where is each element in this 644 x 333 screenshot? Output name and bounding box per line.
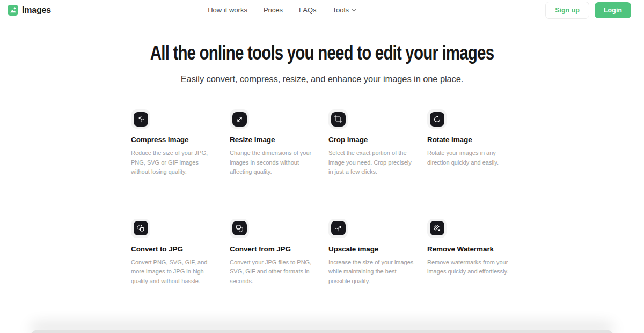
rotate-icon — [430, 112, 444, 127]
nav-tools-dropdown[interactable]: Tools — [333, 6, 356, 14]
tool-card[interactable]: Rotate image Rotate your images in any d… — [427, 109, 513, 177]
tool-card[interactable]: Resize Image Change the dimensions of yo… — [230, 109, 316, 177]
tool-card-title: Remove Watermark — [427, 245, 513, 253]
tool-card-description: Change the dimensions of your images in … — [230, 149, 316, 177]
convert-from-jpg-icon — [232, 221, 247, 235]
tool-card[interactable]: Upscale image Increase the size of your … — [328, 219, 414, 286]
logo[interactable]: Images — [8, 5, 51, 16]
chevron-down-icon — [352, 9, 356, 12]
convert-to-jpg-icon — [134, 221, 148, 235]
header-actions: Sign up Login — [545, 2, 631, 19]
tool-card-title: Upscale image — [328, 245, 414, 253]
tool-card[interactable]: Remove Watermark Remove watermarks from … — [427, 219, 513, 286]
remove-watermark-icon — [430, 221, 444, 235]
main-nav: How it works Prices FAQs Tools — [208, 6, 389, 14]
logo-text: Images — [22, 5, 51, 15]
tool-card-title: Convert from JPG — [230, 245, 316, 253]
crop-icon — [331, 112, 346, 127]
footer-section-top-edge — [30, 330, 614, 333]
tool-card-description: Increase the size of your images while m… — [328, 258, 414, 286]
tool-card-title: Convert to JPG — [131, 245, 217, 253]
tool-card-title: Resize Image — [230, 136, 316, 144]
tool-card-title: Rotate image — [427, 136, 513, 144]
resize-icon — [232, 112, 247, 127]
nav-prices[interactable]: Prices — [264, 6, 283, 14]
tool-card[interactable]: Convert from JPG Convert your JPG files … — [230, 219, 316, 286]
login-button[interactable]: Login — [595, 2, 631, 18]
upscale-icon — [331, 221, 346, 235]
tool-card-description: Convert your JPG files to PNG, SVG, GIF … — [230, 258, 316, 286]
tools-grid: Compress image Reduce the size of your J… — [131, 109, 513, 286]
tool-card-description: Select the exact portion of the image yo… — [328, 149, 414, 177]
tool-card[interactable]: Crop image Select the exact portion of t… — [328, 109, 414, 177]
tool-card-description: Remove watermarks from your images quick… — [427, 258, 513, 277]
nav-faqs[interactable]: FAQs — [299, 6, 317, 14]
hero-section: All the online tools you need to edit yo… — [0, 20, 644, 84]
nav-how-it-works[interactable]: How it works — [208, 6, 247, 14]
tool-card-title: Crop image — [328, 136, 414, 144]
images-logo-icon — [8, 5, 18, 16]
compress-icon — [134, 112, 148, 127]
page-subtitle: Easily convert, compress, resize, and en… — [0, 74, 644, 84]
tool-card[interactable]: Compress image Reduce the size of your J… — [131, 109, 217, 177]
tool-card-title: Compress image — [131, 136, 217, 144]
top-navigation-bar: Images How it works Prices FAQs Tools Si… — [0, 0, 644, 20]
tool-card-description: Convert PNG, SVG, GIF, and more images t… — [131, 258, 217, 286]
tool-card-description: Reduce the size of your JPG, PNG, SVG or… — [131, 149, 217, 177]
tool-card-description: Rotate your images in any direction quic… — [427, 149, 513, 167]
tool-card[interactable]: Convert to JPG Convert PNG, SVG, GIF, an… — [131, 219, 217, 286]
sign-up-button[interactable]: Sign up — [545, 2, 589, 19]
page-title: All the online tools you need to edit yo… — [58, 42, 586, 64]
